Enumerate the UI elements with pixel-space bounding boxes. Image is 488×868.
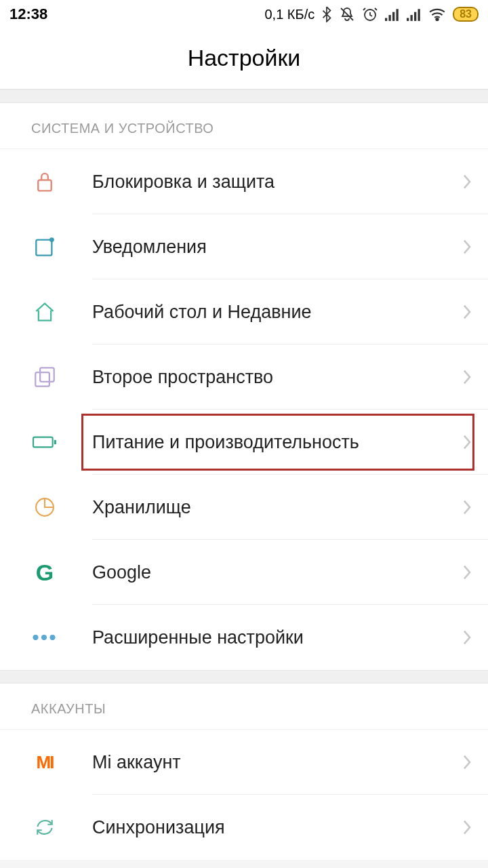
svg-rect-6 bbox=[407, 18, 409, 21]
item-notifications[interactable]: Уведомления bbox=[0, 214, 488, 279]
chevron-right-icon bbox=[462, 564, 472, 580]
svg-rect-15 bbox=[40, 368, 54, 382]
status-time: 12:38 bbox=[9, 5, 47, 23]
chevron-right-icon bbox=[462, 499, 472, 515]
item-label: Питание и производительность bbox=[92, 432, 462, 453]
sync-icon bbox=[31, 814, 58, 841]
item-label: Рабочий стол и Недавние bbox=[92, 302, 462, 323]
item-advanced-settings[interactable]: ••• Расширенные настройки bbox=[0, 605, 488, 670]
section-header-system: СИСТЕМА И УСТРОЙСТВО bbox=[0, 103, 488, 149]
battery-indicator: 83 bbox=[453, 7, 479, 22]
more-icon: ••• bbox=[31, 624, 58, 651]
bluetooth-icon bbox=[321, 6, 332, 22]
battery-icon bbox=[31, 429, 58, 456]
chevron-right-icon bbox=[462, 434, 472, 450]
chevron-right-icon bbox=[462, 629, 472, 646]
status-icons: 0,1 КБ/с 83 bbox=[265, 6, 479, 22]
item-label: Google bbox=[92, 562, 462, 583]
data-rate: 0,1 КБ/с bbox=[265, 7, 315, 22]
second-space-icon bbox=[31, 363, 58, 391]
item-sync[interactable]: Синхронизация bbox=[0, 795, 488, 860]
list-accounts: MI Mi аккаунт Синхронизация bbox=[0, 730, 488, 860]
page-title: Настройки bbox=[0, 45, 488, 71]
item-storage[interactable]: Хранилище bbox=[0, 475, 488, 540]
svg-rect-2 bbox=[385, 18, 387, 21]
section-gap bbox=[0, 670, 488, 684]
chevron-right-icon bbox=[462, 239, 472, 255]
svg-rect-3 bbox=[389, 15, 391, 21]
item-second-space[interactable]: Второе пространство bbox=[0, 344, 488, 410]
svg-rect-9 bbox=[418, 9, 420, 21]
status-bar: 12:38 0,1 КБ/с 83 bbox=[0, 0, 488, 28]
item-label: Блокировка и защита bbox=[92, 172, 462, 193]
item-label: Синхронизация bbox=[92, 817, 462, 838]
svg-rect-16 bbox=[33, 437, 53, 448]
google-icon: G bbox=[31, 559, 58, 586]
chevron-right-icon bbox=[462, 369, 472, 385]
mi-logo-icon: MI bbox=[31, 749, 58, 776]
list-system: Блокировка и защита Уведомления Рабочий … bbox=[0, 149, 488, 670]
item-label: Уведомления bbox=[92, 237, 462, 258]
svg-rect-8 bbox=[414, 12, 416, 21]
section-header-accounts: АККАУНТЫ bbox=[0, 684, 488, 730]
chevron-right-icon bbox=[462, 819, 472, 835]
svg-point-10 bbox=[436, 18, 439, 20]
svg-rect-12 bbox=[36, 240, 52, 256]
svg-rect-7 bbox=[411, 15, 413, 21]
item-home-recents[interactable]: Рабочий стол и Недавние bbox=[0, 279, 488, 344]
home-icon bbox=[31, 298, 58, 326]
item-label: Расширенные настройки bbox=[92, 627, 462, 648]
svg-rect-17 bbox=[54, 440, 56, 444]
storage-icon bbox=[31, 494, 58, 521]
signal-icon-2 bbox=[407, 7, 422, 21]
item-label: Mi аккаунт bbox=[92, 752, 462, 773]
chevron-right-icon bbox=[462, 754, 472, 770]
svg-point-13 bbox=[49, 237, 54, 242]
mute-icon bbox=[339, 6, 355, 22]
chevron-right-icon bbox=[462, 304, 472, 320]
alarm-icon bbox=[362, 6, 378, 22]
wifi-icon bbox=[428, 7, 446, 21]
item-mi-account[interactable]: MI Mi аккаунт bbox=[0, 730, 488, 795]
svg-rect-5 bbox=[396, 9, 399, 21]
svg-rect-11 bbox=[38, 180, 51, 191]
notifications-icon bbox=[31, 233, 58, 260]
page-header: Настройки bbox=[0, 28, 488, 90]
chevron-right-icon bbox=[462, 174, 472, 190]
item-label: Хранилище bbox=[92, 497, 462, 518]
svg-rect-4 bbox=[392, 12, 394, 21]
item-label: Второе пространство bbox=[92, 367, 462, 388]
section-gap bbox=[0, 90, 488, 103]
item-lock-security[interactable]: Блокировка и защита bbox=[0, 149, 488, 214]
signal-icon-1 bbox=[385, 7, 400, 21]
item-battery-performance[interactable]: Питание и производительность bbox=[0, 410, 488, 475]
item-google[interactable]: G Google bbox=[0, 540, 488, 605]
svg-rect-14 bbox=[35, 372, 49, 387]
lock-icon bbox=[31, 168, 58, 195]
